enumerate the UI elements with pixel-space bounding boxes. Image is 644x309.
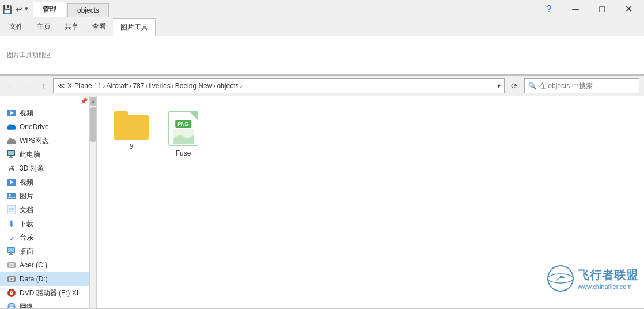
pin-icon[interactable]: 📌: [80, 97, 88, 105]
sidebar-item-music-label: 音乐: [20, 233, 33, 243]
svg-rect-18: [9, 254, 13, 255]
png-label: PNG: [175, 120, 191, 128]
sidebar-item-pc-label: 此电脑: [20, 150, 40, 160]
path-home-icon: ≪: [57, 81, 65, 90]
up-button[interactable]: ↑: [37, 79, 51, 93]
desktop-icon: [7, 247, 16, 256]
file-item-folder-9[interactable]: 9: [108, 108, 154, 161]
ribbon-tab-share[interactable]: 共享: [58, 18, 85, 36]
folder-back: [114, 115, 149, 140]
file-item-png-fuse[interactable]: PNG Fuse: [160, 108, 206, 161]
ribbon: 文件 主页 共享 查看 图片工具 图片工具功能区: [0, 18, 644, 76]
sidebar-item-downloads-label: 下载: [20, 219, 33, 229]
path-sep-5: ›: [213, 82, 215, 90]
address-path[interactable]: ≪ X-Plane 11 › Aircraft › 787 › liveries…: [53, 78, 505, 93]
sidebar-item-3d[interactable]: 🖨 3D 对象: [0, 161, 96, 175]
sidebar-scrollbar[interactable]: ▲: [89, 96, 96, 308]
dropdown-icon[interactable]: ▾: [25, 5, 28, 13]
pc-icon: [7, 150, 16, 159]
svg-point-21: [11, 265, 13, 266]
svg-point-29: [10, 303, 13, 308]
close-button[interactable]: ✕: [615, 0, 642, 18]
sidebar-item-video2-label: 视频: [20, 178, 33, 187]
title-tab-objects[interactable]: objects: [67, 3, 109, 17]
video2-icon: [7, 178, 16, 187]
minimize-button[interactable]: ─: [562, 0, 589, 18]
sidebar-item-network-label: 网络: [20, 302, 33, 309]
sidebar: 📌 视频 OneDrive WPS网盘 此电脑: [0, 96, 97, 308]
sidebar-item-documents[interactable]: 文档: [0, 203, 96, 217]
ribbon-tab-home[interactable]: 主页: [30, 18, 58, 36]
help-icon[interactable]: ?: [536, 0, 562, 18]
svg-point-34: [177, 131, 181, 135]
search-icon: 🔍: [528, 82, 537, 90]
ribbon-content: 图片工具功能区: [0, 36, 644, 75]
sidebar-item-drive-d[interactable]: Data (D:): [0, 272, 96, 286]
title-bar-icons: 💾 ↩ ▾: [2, 5, 28, 14]
sidebar-item-video1-label: 视频: [20, 108, 33, 118]
path-sep-1: ›: [103, 82, 105, 90]
svg-rect-17: [10, 253, 12, 254]
title-bar: 💾 ↩ ▾ 管理 objects ? ─ □ ✕: [0, 0, 644, 18]
3d-icon: 🖨: [7, 164, 16, 173]
path-segment-xplane: X-Plane 11: [67, 82, 101, 90]
save-icon[interactable]: 💾: [2, 5, 12, 14]
path-dropdown[interactable]: ▾: [497, 82, 501, 90]
sidebar-item-network[interactable]: 网络: [0, 300, 96, 308]
ribbon-tab-view[interactable]: 查看: [85, 18, 113, 36]
svg-point-28: [8, 303, 15, 308]
sidebar-item-documents-label: 文档: [20, 205, 33, 215]
scroll-thumb[interactable]: [90, 107, 96, 142]
path-segment-objects: objects: [217, 82, 238, 90]
onedrive-icon: [7, 122, 16, 131]
png-corner-fold: [190, 112, 198, 120]
sidebar-item-dvd[interactable]: DVD 驱动器 (E:) XI: [0, 286, 96, 300]
sidebar-item-music[interactable]: ♪ 音乐: [0, 231, 96, 244]
sidebar-item-onedrive[interactable]: OneDrive: [0, 120, 96, 134]
ribbon-tabs: 文件 主页 共享 查看 图片工具: [0, 18, 644, 36]
pictures-icon: [7, 191, 16, 201]
sidebar-item-video2[interactable]: 视频: [0, 175, 96, 189]
network-icon: [7, 302, 16, 308]
sidebar-item-onedrive-label: OneDrive: [20, 123, 49, 131]
sidebar-pin: 📌: [0, 96, 96, 106]
address-bar: ← → ↑ ≪ X-Plane 11 › Aircraft › 787 › li…: [0, 76, 644, 96]
sidebar-item-wps[interactable]: WPS网盘: [0, 134, 96, 148]
sidebar-item-drive-c[interactable]: Acer (C:): [0, 258, 96, 272]
path-sep-4: ›: [172, 82, 174, 90]
sidebar-item-desktop-label: 桌面: [20, 247, 33, 257]
sidebar-item-drive-d-label: Data (D:): [20, 275, 48, 283]
search-box[interactable]: 🔍: [524, 78, 639, 93]
forward-button[interactable]: →: [21, 79, 35, 93]
documents-icon: [7, 205, 16, 214]
refresh-button[interactable]: ⟳: [507, 78, 522, 93]
path-segment-aircraft: Aircraft: [106, 82, 128, 90]
sidebar-item-pc[interactable]: 此电脑: [0, 148, 96, 161]
ribbon-tab-file[interactable]: 文件: [2, 18, 30, 36]
scroll-up-arrow[interactable]: ▲: [90, 97, 96, 106]
path-segment-787: 787: [132, 82, 144, 90]
sidebar-item-video1[interactable]: 视频: [0, 106, 96, 120]
svg-point-24: [11, 278, 13, 280]
search-input[interactable]: [539, 82, 635, 90]
title-tab-manage[interactable]: 管理: [33, 2, 66, 17]
sidebar-item-wps-label: WPS网盘: [20, 136, 49, 146]
svg-rect-4: [10, 156, 12, 157]
svg-rect-8: [7, 193, 16, 199]
png-preview-svg: [173, 129, 194, 144]
sidebar-item-pictures[interactable]: 图片: [0, 189, 96, 203]
svg-rect-5: [9, 157, 13, 158]
svg-rect-16: [8, 248, 14, 252]
path-segment-boeing: Boeing New: [175, 82, 213, 90]
downloads-icon: ⬇: [7, 219, 16, 228]
title-controls: ? ─ □ ✕: [536, 0, 642, 18]
sidebar-item-desktop[interactable]: 桌面: [0, 244, 96, 258]
sidebar-item-pictures-label: 图片: [20, 191, 33, 201]
png-fuse-label: Fuse: [176, 149, 191, 157]
ribbon-tab-picture-tools[interactable]: 图片工具: [113, 18, 156, 36]
back-button[interactable]: ←: [5, 79, 18, 93]
content-area: 9 PNG: [97, 96, 644, 308]
sidebar-item-downloads[interactable]: ⬇ 下载: [0, 217, 96, 231]
undo-icon[interactable]: ↩: [16, 5, 22, 14]
maximize-button[interactable]: □: [589, 0, 615, 18]
